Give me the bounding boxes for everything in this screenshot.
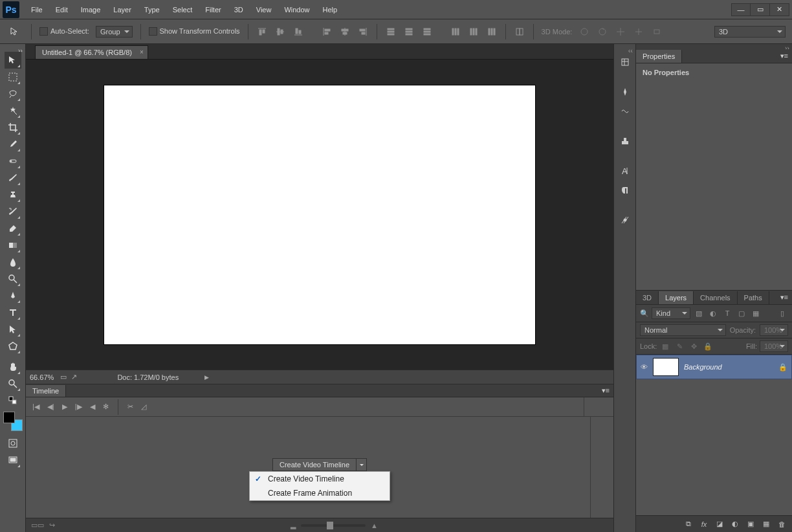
- window-maximize-button[interactable]: ▭: [751, 3, 770, 16]
- status-menu-icon[interactable]: ▶: [204, 374, 209, 381]
- 3d-slide-icon[interactable]: [633, 26, 644, 38]
- magic-wand-tool[interactable]: [5, 102, 21, 119]
- 3d-zoom-icon[interactable]: [651, 26, 663, 38]
- filter-kind-dropdown[interactable]: Kind: [652, 307, 690, 319]
- timeline-loop-icon[interactable]: ▭▭: [31, 521, 44, 529]
- tools-expander-icon[interactable]: ››: [0, 47, 25, 52]
- menu-3d[interactable]: 3D: [228, 1, 250, 19]
- zoom-level[interactable]: 66.67%: [30, 373, 54, 381]
- timeline-settings-icon[interactable]: ✻: [103, 403, 109, 411]
- window-minimize-button[interactable]: —: [731, 3, 751, 16]
- layer-thumbnail[interactable]: [653, 358, 679, 376]
- timeline-prev-frame-icon[interactable]: ◀|: [47, 403, 54, 411]
- foreground-color-swatch[interactable]: [3, 412, 15, 423]
- menu-window[interactable]: Window: [278, 1, 316, 19]
- auto-select-checkbox[interactable]: Auto-Select:: [39, 27, 89, 36]
- lock-position-icon[interactable]: ✥: [688, 341, 699, 351]
- align-left-icon[interactable]: [321, 26, 333, 38]
- new-layer-icon[interactable]: ▦: [761, 520, 771, 528]
- filter-shape-icon[interactable]: ▢: [736, 308, 747, 318]
- opacity-dropdown[interactable]: 100%: [760, 324, 788, 336]
- blend-mode-dropdown[interactable]: Normal: [640, 324, 726, 336]
- dock-expander-icon[interactable]: ‹‹: [614, 47, 635, 52]
- screen-mode-icon[interactable]: [5, 452, 21, 469]
- workspace-dropdown[interactable]: 3D: [714, 26, 786, 38]
- filter-toggle-icon[interactable]: ▯: [776, 308, 788, 318]
- menu-image[interactable]: Image: [74, 1, 107, 19]
- timeline-audio-icon[interactable]: ◀: [90, 403, 95, 411]
- panels-expander-icon[interactable]: ››: [636, 44, 792, 49]
- 3d-pan-icon[interactable]: [615, 26, 626, 38]
- dodge-tool[interactable]: [5, 271, 21, 287]
- move-tool[interactable]: [5, 52, 21, 69]
- fill-dropdown[interactable]: 100%: [760, 340, 788, 352]
- filter-adjust-icon[interactable]: ◐: [707, 308, 719, 318]
- document-tab[interactable]: Untitled-1 @ 66.7% (RGB/8) ×: [35, 45, 148, 59]
- layers-panel-tab[interactable]: Layers: [659, 291, 694, 304]
- lock-pixels-icon[interactable]: ✎: [674, 341, 685, 351]
- distribute-bottom-icon[interactable]: [421, 26, 433, 38]
- timeline-transition-icon[interactable]: ◿: [141, 403, 146, 411]
- align-vcenter-icon[interactable]: [274, 26, 286, 38]
- auto-align-icon[interactable]: [514, 26, 525, 38]
- navigator-panel-icon[interactable]: [617, 211, 633, 229]
- align-bottom-icon[interactable]: [292, 26, 304, 38]
- window-close-button[interactable]: ✕: [770, 3, 789, 16]
- menu-create-frame-animation[interactable]: Create Frame Animation: [250, 486, 390, 500]
- hand-tool[interactable]: [5, 359, 21, 375]
- distribute-right-icon[interactable]: [486, 26, 498, 38]
- healing-brush-tool[interactable]: [5, 153, 21, 170]
- auto-select-target-dropdown[interactable]: Group: [96, 26, 133, 38]
- menu-create-video-timeline[interactable]: Create Video Timeline: [250, 472, 390, 486]
- layer-group-icon[interactable]: ▣: [745, 520, 756, 528]
- distribute-left-icon[interactable]: [450, 26, 461, 38]
- timeline-convert-icon[interactable]: ↪: [49, 521, 55, 529]
- menu-type[interactable]: Type: [138, 1, 166, 19]
- layer-item-background[interactable]: 👁 Background 🔒: [636, 355, 792, 379]
- menu-view[interactable]: View: [250, 1, 278, 19]
- brush-presets-panel-icon[interactable]: [617, 102, 633, 120]
- menu-select[interactable]: Select: [166, 1, 199, 19]
- 3d-panel-tab[interactable]: 3D: [636, 291, 659, 304]
- paths-panel-tab[interactable]: Paths: [738, 291, 769, 304]
- zoom-tool[interactable]: [5, 375, 21, 392]
- paragraph-panel-icon[interactable]: [617, 181, 633, 199]
- color-swatches[interactable]: [3, 412, 23, 431]
- type-tool[interactable]: [5, 304, 21, 321]
- clone-stamp-tool[interactable]: [5, 186, 21, 203]
- layers-menu-icon[interactable]: ▾≡: [776, 293, 792, 302]
- timeline-zoom-in-icon[interactable]: ▲: [371, 522, 378, 529]
- tabbar-expander-icon[interactable]: [28, 54, 35, 59]
- create-video-timeline-button[interactable]: Create Video Timeline: [272, 458, 357, 471]
- distribute-hcenter-icon[interactable]: [468, 26, 479, 38]
- blur-tool[interactable]: [5, 254, 21, 271]
- marquee-tool[interactable]: [5, 69, 21, 85]
- timeline-panel-menu-icon[interactable]: ▾≡: [598, 386, 613, 395]
- crop-tool[interactable]: [5, 119, 21, 136]
- menu-help[interactable]: Help: [316, 1, 344, 19]
- timeline-zoom-out-icon[interactable]: ▂: [291, 521, 296, 529]
- align-right-icon[interactable]: [357, 26, 369, 38]
- timeline-zoom-slider[interactable]: [301, 524, 366, 527]
- path-selection-tool[interactable]: [5, 321, 21, 338]
- eyedropper-tool[interactable]: [5, 136, 21, 153]
- channels-panel-tab[interactable]: Channels: [694, 291, 737, 304]
- layer-mask-icon[interactable]: ◪: [714, 520, 725, 528]
- pen-tool[interactable]: [5, 287, 21, 304]
- align-hcenter-icon[interactable]: [339, 26, 351, 38]
- timeline-play-icon[interactable]: ▶: [62, 403, 67, 411]
- timeline-first-frame-icon[interactable]: |◀: [32, 403, 39, 411]
- filter-smart-icon[interactable]: ▦: [750, 308, 762, 318]
- quick-mask-icon[interactable]: [5, 435, 21, 452]
- 3d-orbit-icon[interactable]: [578, 26, 590, 38]
- lock-transparent-icon[interactable]: ▩: [659, 341, 671, 351]
- history-brush-tool[interactable]: [5, 203, 21, 220]
- timeline-split-icon[interactable]: ✂: [127, 403, 133, 411]
- layer-name[interactable]: Background: [684, 363, 773, 371]
- lasso-tool[interactable]: [5, 85, 21, 102]
- default-colors-icon[interactable]: [5, 392, 21, 409]
- timeline-next-frame-icon[interactable]: |▶: [75, 403, 82, 411]
- menu-filter[interactable]: Filter: [199, 1, 227, 19]
- link-layers-icon[interactable]: ⧉: [683, 520, 694, 528]
- brush-panel-icon[interactable]: [617, 83, 633, 101]
